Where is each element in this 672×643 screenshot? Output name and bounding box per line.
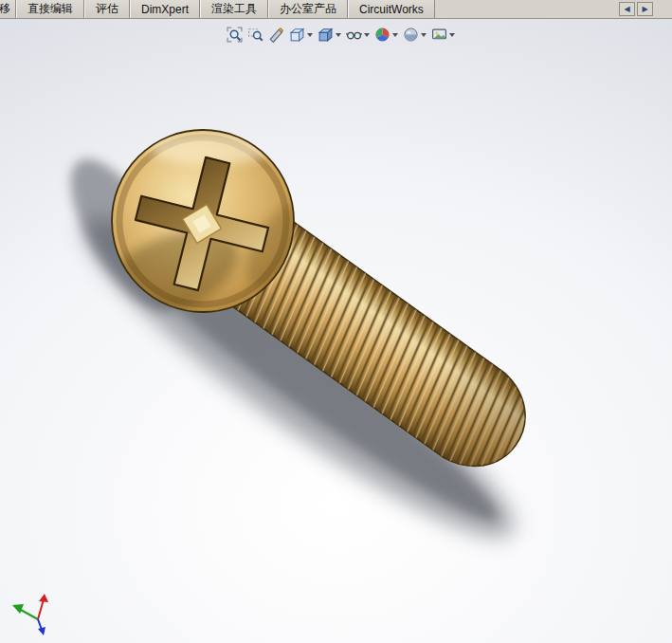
tab-direct-editing[interactable]: 直接编辑 xyxy=(16,0,84,18)
section-view-icon xyxy=(268,27,284,43)
display-style-icon xyxy=(318,27,334,43)
tab-label: 移 xyxy=(0,1,10,17)
heads-up-view-toolbar xyxy=(226,26,456,44)
display-style-button[interactable] xyxy=(317,26,342,44)
tab-dimxpert[interactable]: DimXpert xyxy=(130,0,200,18)
view-orientation-button[interactable] xyxy=(288,26,314,44)
dropdown-arrow-icon xyxy=(336,33,341,37)
tab-render-tools[interactable]: 渲染工具 xyxy=(200,0,268,18)
tab-label: 渲染工具 xyxy=(211,1,257,17)
command-manager-tab-bar: 移 直接编辑 评估 DimXpert 渲染工具 办公室产品 CircuitWor… xyxy=(0,0,672,19)
apply-scene-button[interactable] xyxy=(402,26,427,44)
dropdown-arrow-icon xyxy=(449,33,455,37)
apply-scene-sphere-icon xyxy=(403,27,419,43)
section-view-button[interactable] xyxy=(267,26,285,44)
tab-office-products[interactable]: 办公室产品 xyxy=(268,0,348,18)
tab-circuitworks[interactable]: CircuitWorks xyxy=(348,0,435,18)
graphics-viewport[interactable] xyxy=(0,19,672,643)
tab-evaluate[interactable]: 评估 xyxy=(84,0,130,18)
tab-label: CircuitWorks xyxy=(359,3,424,16)
tab-label: DimXpert xyxy=(141,3,189,16)
zoom-to-area-button[interactable] xyxy=(246,26,264,44)
tab-partial-left[interactable]: 移 xyxy=(0,0,16,18)
view-settings-icon xyxy=(431,27,447,43)
dropdown-arrow-icon xyxy=(364,33,370,37)
zoom-to-fit-icon xyxy=(227,27,243,43)
view-orientation-icon xyxy=(289,27,305,43)
collapse-right-button[interactable]: ▶ xyxy=(637,2,653,16)
tab-bar-corner-buttons: ◀ ▶ xyxy=(619,0,672,18)
zoom-to-fit-button[interactable] xyxy=(226,26,244,44)
tab-label: 直接编辑 xyxy=(27,1,73,17)
hide-show-items-button[interactable] xyxy=(345,26,371,44)
tab-label: 办公室产品 xyxy=(280,1,336,17)
hide-show-items-glasses-icon xyxy=(346,27,362,43)
zoom-to-area-icon xyxy=(247,27,263,43)
dropdown-arrow-icon xyxy=(307,33,313,37)
dropdown-arrow-icon xyxy=(421,33,427,37)
collapse-left-button[interactable]: ◀ xyxy=(619,2,635,16)
view-settings-button[interactable] xyxy=(430,26,456,44)
dropdown-arrow-icon xyxy=(392,33,398,37)
edit-appearance-button[interactable] xyxy=(373,26,399,44)
edit-appearance-ball-icon xyxy=(374,27,390,43)
tab-label: 评估 xyxy=(96,1,118,17)
